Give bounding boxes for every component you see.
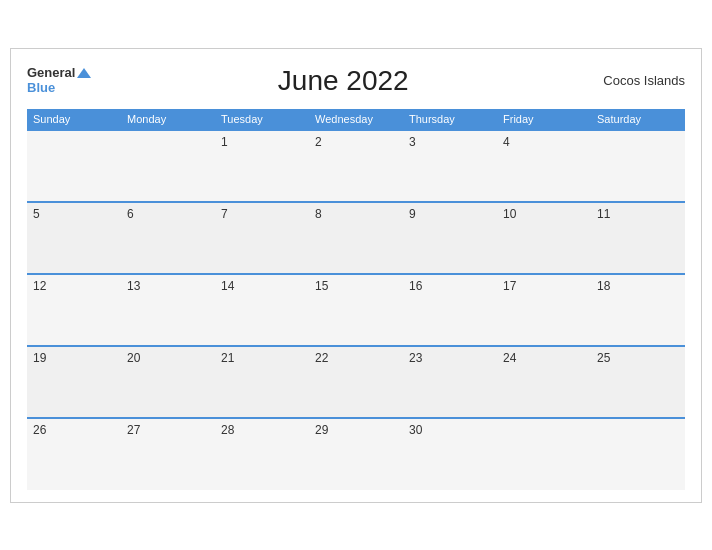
day-number: 22 bbox=[315, 351, 328, 365]
calendar-cell: 14 bbox=[215, 274, 309, 346]
calendar-cell: 30 bbox=[403, 418, 497, 490]
day-number: 7 bbox=[221, 207, 228, 221]
calendar-cell: 23 bbox=[403, 346, 497, 418]
days-header-row: SundayMondayTuesdayWednesdayThursdayFrid… bbox=[27, 109, 685, 130]
calendar-cell: 21 bbox=[215, 346, 309, 418]
calendar-cell: 4 bbox=[497, 130, 591, 202]
day-number: 2 bbox=[315, 135, 322, 149]
day-number: 23 bbox=[409, 351, 422, 365]
calendar-cell: 22 bbox=[309, 346, 403, 418]
logo-triangle-icon bbox=[77, 68, 91, 78]
day-header-monday: Monday bbox=[121, 109, 215, 130]
calendar-cell: 12 bbox=[27, 274, 121, 346]
week-row-4: 2627282930 bbox=[27, 418, 685, 490]
day-number: 28 bbox=[221, 423, 234, 437]
day-number: 30 bbox=[409, 423, 422, 437]
calendar-cell: 25 bbox=[591, 346, 685, 418]
week-row-2: 12131415161718 bbox=[27, 274, 685, 346]
day-number: 13 bbox=[127, 279, 140, 293]
day-number: 27 bbox=[127, 423, 140, 437]
calendar-cell: 16 bbox=[403, 274, 497, 346]
calendar-cell: 26 bbox=[27, 418, 121, 490]
day-number: 11 bbox=[597, 207, 610, 221]
calendar-cell: 15 bbox=[309, 274, 403, 346]
week-row-0: 1234 bbox=[27, 130, 685, 202]
day-number: 9 bbox=[409, 207, 416, 221]
week-row-3: 19202122232425 bbox=[27, 346, 685, 418]
calendar-cell: 20 bbox=[121, 346, 215, 418]
calendar-cell: 13 bbox=[121, 274, 215, 346]
day-header-wednesday: Wednesday bbox=[309, 109, 403, 130]
calendar-cell: 3 bbox=[403, 130, 497, 202]
day-header-sunday: Sunday bbox=[27, 109, 121, 130]
calendar-title: June 2022 bbox=[91, 65, 595, 97]
day-number: 15 bbox=[315, 279, 328, 293]
day-header-thursday: Thursday bbox=[403, 109, 497, 130]
calendar-cell bbox=[591, 130, 685, 202]
day-number: 29 bbox=[315, 423, 328, 437]
week-row-1: 567891011 bbox=[27, 202, 685, 274]
calendar-container: General Blue June 2022 Cocos Islands Sun… bbox=[10, 48, 702, 503]
day-number: 17 bbox=[503, 279, 516, 293]
day-number: 4 bbox=[503, 135, 510, 149]
logo-general-text: General bbox=[27, 66, 75, 80]
day-number: 3 bbox=[409, 135, 416, 149]
calendar-grid: SundayMondayTuesdayWednesdayThursdayFrid… bbox=[27, 109, 685, 490]
logo-blue-text: Blue bbox=[27, 81, 91, 95]
day-number: 26 bbox=[33, 423, 46, 437]
day-number: 18 bbox=[597, 279, 610, 293]
day-number: 20 bbox=[127, 351, 140, 365]
day-number: 24 bbox=[503, 351, 516, 365]
calendar-cell: 17 bbox=[497, 274, 591, 346]
day-number: 14 bbox=[221, 279, 234, 293]
calendar-cell bbox=[27, 130, 121, 202]
day-number: 19 bbox=[33, 351, 46, 365]
calendar-cell: 7 bbox=[215, 202, 309, 274]
day-header-friday: Friday bbox=[497, 109, 591, 130]
calendar-cell: 9 bbox=[403, 202, 497, 274]
calendar-cell: 27 bbox=[121, 418, 215, 490]
calendar-cell: 18 bbox=[591, 274, 685, 346]
day-header-tuesday: Tuesday bbox=[215, 109, 309, 130]
calendar-cell: 28 bbox=[215, 418, 309, 490]
day-number: 16 bbox=[409, 279, 422, 293]
calendar-cell bbox=[497, 418, 591, 490]
calendar-cell: 5 bbox=[27, 202, 121, 274]
day-number: 10 bbox=[503, 207, 516, 221]
calendar-region: Cocos Islands bbox=[595, 73, 685, 88]
day-number: 5 bbox=[33, 207, 40, 221]
calendar-cell: 29 bbox=[309, 418, 403, 490]
calendar-cell: 6 bbox=[121, 202, 215, 274]
calendar-cell: 11 bbox=[591, 202, 685, 274]
calendar-cell: 1 bbox=[215, 130, 309, 202]
calendar-cell: 8 bbox=[309, 202, 403, 274]
calendar-header: General Blue June 2022 Cocos Islands bbox=[27, 65, 685, 97]
day-number: 25 bbox=[597, 351, 610, 365]
day-number: 1 bbox=[221, 135, 228, 149]
calendar-cell: 2 bbox=[309, 130, 403, 202]
logo: General Blue bbox=[27, 66, 91, 95]
day-number: 8 bbox=[315, 207, 322, 221]
calendar-cell bbox=[591, 418, 685, 490]
calendar-cell: 24 bbox=[497, 346, 591, 418]
calendar-cell: 10 bbox=[497, 202, 591, 274]
day-number: 12 bbox=[33, 279, 46, 293]
day-header-saturday: Saturday bbox=[591, 109, 685, 130]
calendar-cell: 19 bbox=[27, 346, 121, 418]
day-number: 6 bbox=[127, 207, 134, 221]
calendar-cell bbox=[121, 130, 215, 202]
day-number: 21 bbox=[221, 351, 234, 365]
